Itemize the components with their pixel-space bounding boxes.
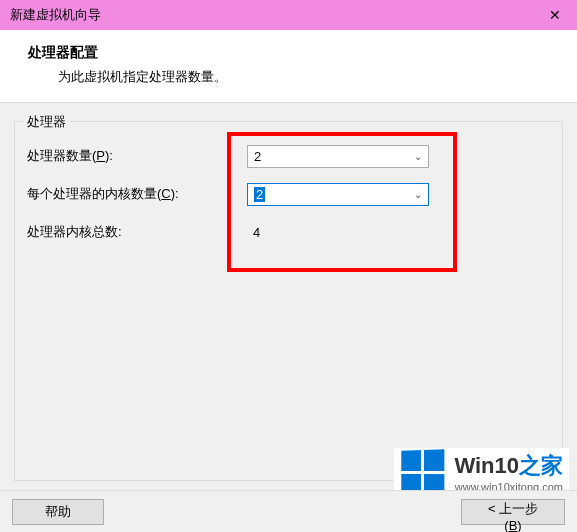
button-bar: 帮助 < 上一步(B) [0,490,577,532]
back-button[interactable]: < 上一步(B) [461,499,565,525]
select-cores[interactable]: 2 ⌄ [247,183,429,206]
row-processors: 处理器数量(P): 2 ⌄ [27,144,544,168]
titlebar: 新建虚拟机向导 ✕ [0,0,577,30]
fields-container: 处理器数量(P): 2 ⌄ 每个处理器的内核数量(C): 2 ⌄ 处理 [27,144,544,244]
group-legend: 处理器 [23,113,70,131]
select-cores-value: 2 [254,187,265,202]
total-value: 4 [247,225,260,240]
chevron-down-icon: ⌄ [414,189,422,200]
row-total: 处理器内核总数: 4 [27,220,544,244]
close-icon: ✕ [549,7,561,23]
chevron-down-icon: ⌄ [414,151,422,162]
header-description: 为此虚拟机指定处理器数量。 [28,68,557,86]
label-processors: 处理器数量(P): [27,147,247,165]
watermark-text: Win10之家 www.win10xitong.com [454,451,563,493]
close-button[interactable]: ✕ [532,0,577,30]
wizard-header: 处理器配置 为此虚拟机指定处理器数量。 [0,30,577,103]
select-processors-value: 2 [254,149,261,164]
help-button[interactable]: 帮助 [12,499,104,525]
label-cores: 每个处理器的内核数量(C): [27,185,247,203]
row-cores: 每个处理器的内核数量(C): 2 ⌄ [27,182,544,206]
content-area: 处理器 处理器数量(P): 2 ⌄ 每个处理器的内核数量(C): 2 [0,103,577,495]
select-processors[interactable]: 2 ⌄ [247,145,429,168]
watermark: Win10之家 www.win10xitong.com [394,448,569,496]
watermark-title: Win10之家 [454,451,563,481]
label-total: 处理器内核总数: [27,223,247,241]
windows-logo-icon [402,449,445,495]
processors-group: 处理器 处理器数量(P): 2 ⌄ 每个处理器的内核数量(C): 2 [14,121,563,481]
window-title: 新建虚拟机向导 [10,6,101,24]
header-title: 处理器配置 [28,44,557,62]
